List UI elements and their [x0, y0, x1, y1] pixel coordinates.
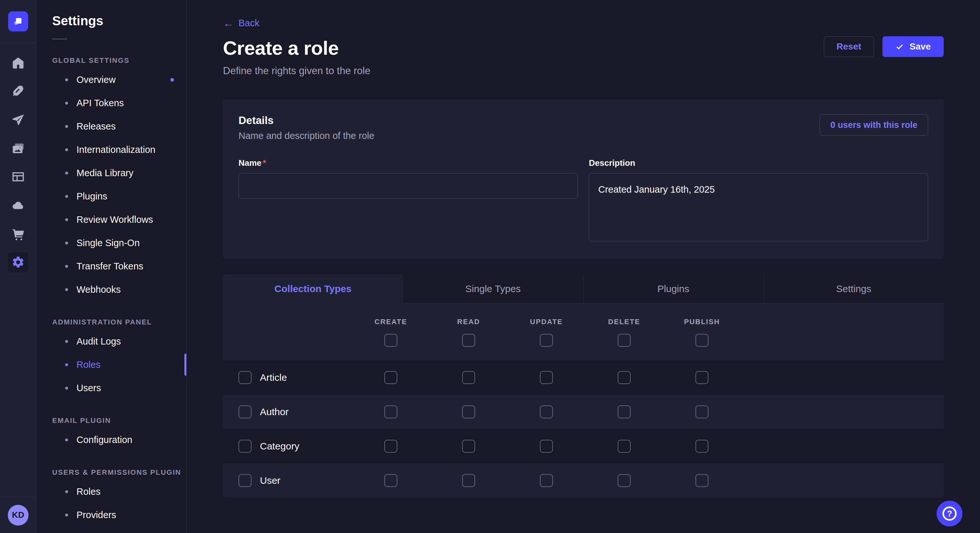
- permission-cell: [508, 405, 585, 418]
- select-row-checkbox[interactable]: [239, 371, 251, 384]
- bullet-icon: [65, 438, 68, 441]
- tab-label: Single Types: [465, 283, 521, 294]
- permission-checkbox[interactable]: [695, 371, 708, 384]
- details-titles: Details Name and description of the role: [239, 114, 374, 141]
- section-label: GLOBAL SETTINGS: [52, 56, 186, 65]
- permission-cell: [663, 440, 741, 453]
- details-subtitle: Name and description of the role: [239, 130, 374, 141]
- tab[interactable]: Plugins: [583, 274, 764, 303]
- permission-checkbox[interactable]: [618, 405, 631, 418]
- permission-checkbox[interactable]: [695, 474, 708, 487]
- feather-icon[interactable]: [8, 81, 28, 102]
- permission-checkbox[interactable]: [540, 371, 553, 384]
- cloud-icon[interactable]: [8, 195, 28, 215]
- description-textarea[interactable]: Created January 16th, 2025: [589, 173, 928, 241]
- bullet-icon: [65, 490, 68, 493]
- paper-plane-icon[interactable]: [8, 110, 28, 130]
- permission-cell: [352, 405, 430, 418]
- permission-checkbox[interactable]: [618, 474, 631, 487]
- rail-icon-list: [0, 43, 36, 497]
- select-all-column-checkbox[interactable]: [462, 334, 475, 347]
- permission-checkbox[interactable]: [384, 371, 397, 384]
- avatar[interactable]: KD: [8, 505, 29, 525]
- strapi-logo-icon: [13, 16, 24, 27]
- permission-checkbox[interactable]: [384, 474, 397, 487]
- permission-checkbox[interactable]: [695, 440, 708, 453]
- permission-checkbox[interactable]: [618, 371, 631, 384]
- subnav-item[interactable]: Internationalization: [37, 138, 186, 161]
- permissions-section: Collection Types Single Types Plugins Se…: [223, 274, 944, 498]
- name-field: Name*: [239, 158, 578, 243]
- reset-button[interactable]: Reset: [824, 36, 874, 57]
- subnav-item[interactable]: Providers: [37, 503, 186, 527]
- notification-dot: [170, 78, 174, 82]
- subnav-item[interactable]: Plugins: [37, 185, 186, 208]
- name-input[interactable]: [239, 173, 578, 198]
- bullet-icon: [65, 241, 68, 244]
- table-row: Category: [223, 429, 944, 463]
- select-all-column-checkbox[interactable]: [540, 334, 553, 347]
- tab[interactable]: Settings: [764, 274, 944, 303]
- permission-checkbox[interactable]: [462, 440, 475, 453]
- subnav-item[interactable]: Webhooks: [37, 278, 186, 301]
- gear-icon[interactable]: [8, 252, 28, 272]
- save-button[interactable]: Save: [883, 36, 944, 57]
- permissions-header-row: CREATE READ UPDATE DELETE: [223, 303, 944, 360]
- back-link[interactable]: ← Back: [223, 17, 259, 29]
- permission-checkbox[interactable]: [384, 440, 397, 453]
- permission-cell: [352, 440, 430, 453]
- help-button[interactable]: ?: [937, 501, 963, 527]
- tab[interactable]: Collection Types: [223, 274, 403, 303]
- bullet-icon: [65, 78, 68, 81]
- permission-checkbox[interactable]: [540, 474, 553, 487]
- strapi-logo[interactable]: [8, 11, 28, 32]
- subnav-item[interactable]: Media Library: [37, 161, 186, 185]
- subnav-section: USERS & PERMISSIONS PLUGIN Roles Provide…: [37, 468, 186, 527]
- permission-checkbox[interactable]: [462, 405, 475, 418]
- subnav-item[interactable]: Single Sign-On: [37, 231, 186, 254]
- permission-checkbox[interactable]: [540, 405, 553, 418]
- permission-cell: [663, 371, 741, 384]
- users-with-role-button[interactable]: 0 users with this role: [819, 114, 928, 136]
- section-label: ADMINISTRATION PANEL: [52, 318, 186, 327]
- bullet-icon: [65, 514, 68, 517]
- permission-checkbox[interactable]: [618, 440, 631, 453]
- subnav-item[interactable]: Users: [37, 376, 186, 400]
- media-library-icon[interactable]: [8, 138, 28, 159]
- permission-checkbox[interactable]: [462, 371, 475, 384]
- permission-cell: [508, 440, 585, 453]
- row-label-cell: Author: [239, 405, 352, 418]
- tab[interactable]: Single Types: [403, 274, 583, 303]
- permission-checkbox[interactable]: [695, 405, 708, 418]
- layout-icon[interactable]: [8, 167, 28, 187]
- section-items: Roles Providers: [37, 480, 186, 527]
- permission-checkbox[interactable]: [462, 474, 475, 487]
- description-field: Description Created January 16th, 2025: [589, 158, 928, 243]
- content-type-label: Author: [260, 406, 288, 417]
- subnav-item[interactable]: Audit Logs: [37, 330, 186, 353]
- permission-checkbox[interactable]: [384, 405, 397, 418]
- subnav-item-label: Audit Logs: [76, 336, 121, 347]
- subnav-item[interactable]: Overview: [37, 68, 186, 91]
- subnav-item[interactable]: Configuration: [37, 428, 186, 451]
- permission-checkbox[interactable]: [540, 440, 553, 453]
- arrow-left-icon: ←: [223, 17, 234, 29]
- subnav-item[interactable]: Review Workflows: [37, 208, 186, 231]
- permission-column-header: DELETE: [585, 318, 663, 347]
- subnav-item[interactable]: Roles: [37, 480, 186, 503]
- section-label: USERS & PERMISSIONS PLUGIN: [52, 468, 186, 477]
- select-row-checkbox[interactable]: [239, 474, 251, 487]
- subnav-item[interactable]: API Tokens: [37, 91, 186, 115]
- select-all-column-checkbox[interactable]: [695, 334, 708, 347]
- select-row-checkbox[interactable]: [239, 405, 251, 418]
- subnav-item[interactable]: Releases: [37, 115, 186, 138]
- subnav-item[interactable]: Roles: [37, 353, 186, 376]
- select-all-column-checkbox[interactable]: [384, 334, 397, 347]
- select-row-checkbox[interactable]: [239, 440, 251, 453]
- select-all-column-checkbox[interactable]: [618, 334, 631, 347]
- table-row: Author: [223, 395, 944, 429]
- page-subtitle: Define the rights given to the role: [223, 65, 371, 77]
- cart-icon[interactable]: [8, 224, 28, 244]
- subnav-item[interactable]: Transfer Tokens: [37, 254, 186, 278]
- home-icon[interactable]: [8, 53, 28, 73]
